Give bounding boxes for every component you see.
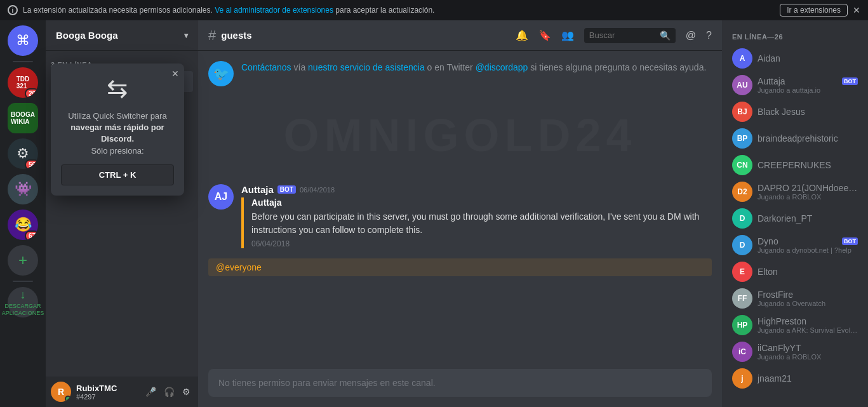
add-server-button[interactable]: + bbox=[8, 245, 38, 276]
quick-switcher-popup: ✕ ⇆ Utiliza Quick Switcher para navegar … bbox=[51, 63, 184, 196]
watermark-text: OmniGold24 bbox=[283, 109, 636, 161]
member-bot-badge-dyno: BOT bbox=[842, 237, 858, 245]
member-item-braindead[interactable]: BP braindeadprehistoric bbox=[727, 126, 863, 151]
deafen-button[interactable]: 🎧 bbox=[161, 384, 177, 399]
member-name-auttaja: Auttaja bbox=[758, 76, 839, 86]
at-icon[interactable]: @ bbox=[686, 30, 696, 41]
system-message: 🐦 Contáctanos vía nuestro servicio de as… bbox=[208, 61, 712, 86]
chat-area: 🐦 Contáctanos vía nuestro servicio de as… bbox=[198, 51, 722, 369]
member-sub-iicanfly: Jugando a ROBLOX bbox=[758, 353, 858, 361]
bookmark-icon[interactable]: 🔖 bbox=[538, 29, 551, 41]
member-sub-dapro: Jugando a ROBLOX bbox=[758, 193, 858, 201]
server-icon-booga[interactable]: BOOGAWIKIA bbox=[8, 103, 38, 133]
member-avatar-dapro: D2 bbox=[732, 182, 752, 202]
member-info-elton: Elton bbox=[758, 267, 858, 277]
message-text: Before you can participate in this serve… bbox=[251, 210, 712, 237]
quick-switcher-close-button[interactable]: ✕ bbox=[171, 69, 179, 79]
contact-us-link[interactable]: Contáctanos bbox=[241, 62, 291, 72]
member-item-frostfire[interactable]: FF FrostFire Jugando a Overwatch bbox=[727, 286, 863, 311]
server-icon-game[interactable]: 👾 bbox=[8, 174, 38, 204]
avatar-initials: R bbox=[58, 387, 64, 397]
bell-icon[interactable]: 🔔 bbox=[516, 29, 528, 41]
notif-text: La extensión actualizada necesita permis… bbox=[23, 6, 434, 15]
discord-home-button[interactable]: ⌘ bbox=[8, 25, 38, 56]
members-sidebar: EN LÍNEA—26 A Aidan AU Auttaja BOT Jugan… bbox=[722, 20, 868, 407]
user-area: R RubixTMC #4297 🎤 🎧 ⚙ bbox=[46, 377, 198, 407]
message-date: 06/04/2018 bbox=[251, 239, 712, 248]
twitter-icon: 🐦 bbox=[208, 61, 234, 86]
member-name-row-dyno: Dyno BOT bbox=[758, 236, 858, 246]
member-item-aidan[interactable]: A Aidan bbox=[727, 46, 863, 71]
member-avatar-frostfire: FF bbox=[732, 288, 752, 309]
download-label: DESCARGARAPLICACIONES bbox=[2, 303, 44, 317]
channel-name-header: guests bbox=[221, 30, 251, 41]
member-avatar-dyno: D bbox=[732, 235, 752, 255]
quick-switcher-description: Utiliza Quick Switcher para navegar más … bbox=[61, 110, 174, 157]
current-user-info: RubixTMC #4297 bbox=[76, 384, 138, 401]
member-name-iicanfly: iiCanFlyYT bbox=[758, 343, 858, 353]
member-sub-frostfire: Jugando a Overwatch bbox=[758, 300, 858, 307]
member-item-auttaja[interactable]: AU Auttaja BOT Jugando a auttaja.io bbox=[727, 72, 863, 98]
member-info-blackjesus: Black Jesus bbox=[758, 107, 858, 117]
bot-badge: BOT bbox=[277, 185, 296, 194]
member-name-highpreston: HighPreston bbox=[758, 316, 858, 326]
member-name-elton: Elton bbox=[758, 267, 858, 277]
download-apps-button[interactable]: ↓ DESCARGARAPLICACIONES bbox=[8, 287, 38, 317]
server-icon-tdd[interactable]: TDD321 20 bbox=[8, 67, 38, 98]
app: ⌘ TDD321 20 BOOGAWIKIA ⚙ 56 👾 😂 67 + ↓ D… bbox=[0, 20, 868, 407]
member-info-iicanfly: iiCanFlyYT Jugando a ROBLOX bbox=[758, 343, 858, 361]
server-name: Booga Booga bbox=[56, 30, 118, 41]
member-name-frostfire: FrostFire bbox=[758, 290, 858, 300]
mute-button[interactable]: 🎤 bbox=[143, 384, 159, 399]
member-item-elton[interactable]: E Elton bbox=[727, 259, 863, 284]
member-item-dyno[interactable]: D Dyno BOT Jugando a dynobot.net | ?help bbox=[727, 232, 863, 258]
go-to-extensions-button[interactable]: Ir a extensiones bbox=[780, 4, 848, 17]
watermark-area: OmniGold24 bbox=[208, 97, 712, 174]
server-header[interactable]: Booga Booga ▾ bbox=[46, 20, 198, 51]
header-icons: 🔔 🔖 👥 🔍 @ ? bbox=[516, 28, 712, 43]
member-info-highpreston: HighPreston Jugando a ARK: Survival Evol… bbox=[758, 316, 858, 334]
member-item-dapro[interactable]: D2 DAPRO 21(JONHdoeee... Jugando a ROBLO… bbox=[727, 179, 863, 204]
member-item-jnaam[interactable]: j jnaam21 bbox=[727, 366, 863, 391]
message-avatar-initials: AJ bbox=[215, 191, 227, 203]
member-item-blackjesus[interactable]: BJ Black Jesus bbox=[727, 99, 863, 124]
server-icon-fun[interactable]: 😂 67 bbox=[8, 210, 38, 240]
channel-hash-big-icon: # bbox=[208, 27, 216, 44]
member-avatar-darkorien: D bbox=[732, 208, 752, 229]
user-settings-button[interactable]: ⚙ bbox=[180, 384, 193, 399]
member-item-highpreston[interactable]: HP HighPreston Jugando a ARK: Survival E… bbox=[727, 312, 863, 338]
current-username: RubixTMC bbox=[76, 384, 138, 393]
server-icon-game-img: 👾 bbox=[15, 181, 32, 197]
close-notification-icon[interactable]: ✕ bbox=[853, 5, 860, 15]
member-avatar-iicanfly: iC bbox=[732, 342, 752, 362]
message-body: Auttaja BOT 06/04/2018 Auttaja Before yo… bbox=[241, 184, 712, 248]
search-input[interactable] bbox=[589, 30, 656, 40]
server-initials: TDD321 bbox=[17, 76, 30, 90]
member-info-dapro: DAPRO 21(JONHdoeee... Jugando a ROBLOX bbox=[758, 183, 858, 201]
notif-link[interactable]: Ve al administrador de extensiones bbox=[215, 6, 333, 15]
member-name-aidan: Aidan bbox=[758, 53, 858, 63]
help-icon[interactable]: ? bbox=[706, 30, 712, 41]
channel-header: # guests 🔔 🔖 👥 🔍 @ ? bbox=[198, 20, 722, 51]
member-bot-badge-auttaja: BOT bbox=[842, 77, 858, 85]
service-link[interactable]: nuestro servicio de asistencia bbox=[308, 62, 425, 72]
server-header-chevron-icon: ▾ bbox=[184, 31, 188, 40]
twitter-handle-link[interactable]: @discordapp bbox=[476, 62, 528, 72]
member-item-darkorien[interactable]: D Darkorien_PT bbox=[727, 206, 863, 231]
member-name-braindead: braindeadprehistoric bbox=[758, 133, 858, 143]
member-sub-highpreston: Jugando a ARK: Survival Evolved bbox=[758, 326, 858, 334]
server-icon-misc[interactable]: ⚙ 56 bbox=[8, 138, 38, 169]
search-box[interactable]: 🔍 bbox=[584, 28, 676, 43]
main-content: # guests 🔔 🔖 👥 🔍 @ ? 🐦 Contáctanos bbox=[198, 20, 722, 407]
member-item-creeper[interactable]: CN CREEPERNUKES bbox=[727, 152, 863, 178]
chat-message: AJ Auttaja BOT 06/04/2018 Auttaja Before… bbox=[208, 184, 712, 248]
discord-logo-icon: ⌘ bbox=[16, 32, 30, 49]
message-content: Auttaja Before you can participate in th… bbox=[241, 197, 712, 248]
mention-block: @everyone bbox=[208, 258, 712, 276]
member-info-creeper: CREEPERNUKES bbox=[758, 160, 858, 170]
member-item-iicanfly[interactable]: iC iiCanFlyYT Jugando a ROBLOX bbox=[727, 339, 863, 364]
member-name-creeper: CREEPERNUKES bbox=[758, 160, 858, 170]
quoted-name: Auttaja bbox=[251, 197, 712, 208]
member-info-dyno: Dyno BOT Jugando a dynobot.net | ?help bbox=[758, 236, 858, 254]
members-icon[interactable]: 👥 bbox=[561, 29, 574, 41]
